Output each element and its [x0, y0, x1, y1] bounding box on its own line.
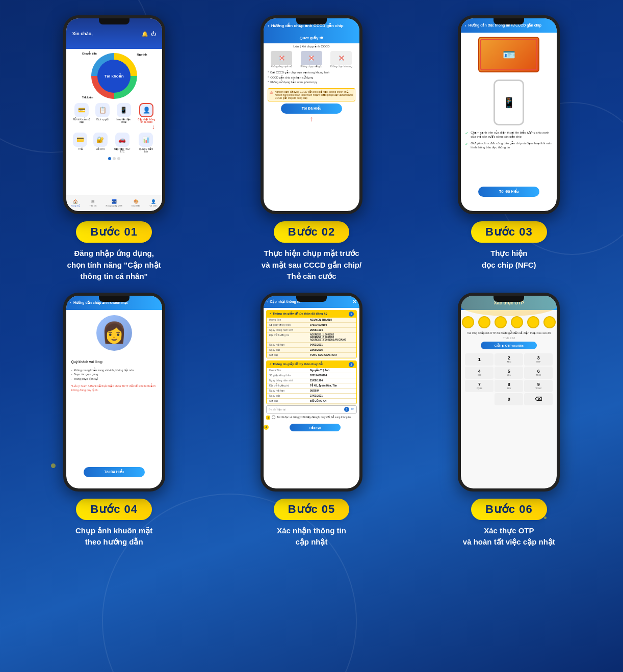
s3-phone-icon: 📱 — [503, 96, 515, 109]
s2-warn-icon: ⚠ — [270, 90, 273, 95]
s2-scan-title: Quét giấy tờ — [264, 33, 359, 43]
s4-back-icon[interactable]: ‹ — [70, 301, 71, 304]
s1-icon-card[interactable]: 💳 Thẻ — [73, 133, 87, 153]
s1-label-topup: Nạp tiền — [137, 53, 147, 56]
s6-key-7[interactable]: 7PQRS — [465, 380, 494, 392]
s6-resend-button[interactable]: Gửi lại OTP sau 55s — [481, 342, 537, 349]
step-1-cell: Xin chào, 🔔 ⏻ Tài khoản — [20, 15, 207, 282]
step-2-desc: Thực hiện chụp mặt trước và mặt sau CCCD… — [262, 248, 361, 282]
s1-icon-open-account[interactable]: 💳 Mở tài khoản số đẹp — [73, 103, 91, 123]
s2-back-icon[interactable]: ‹ — [268, 23, 269, 28]
s2-rule-1: *Đặt CCCD gắn chip trọn vẹn trong khung … — [268, 71, 355, 75]
s5-section-2-header: ✓ Thông tin giấy tờ tùy thân thay đổi 2 — [267, 361, 356, 368]
s6-key-8[interactable]: 8TUV — [495, 380, 523, 392]
step-4-screen: ‹ Hướng dẫn chụp ảnh khuôn mặt 👩 Quý khá… — [66, 296, 162, 488]
s1-open-account-icon: 💳 — [74, 103, 89, 117]
s1-label-savings: Tiết kiệm — [82, 96, 93, 99]
s5-checkbox[interactable] — [272, 416, 275, 419]
s1-nav-vtm[interactable]: 🏧 Rúng nghiệp VTM — [106, 199, 122, 207]
s5-back-icon[interactable]: ‹ — [267, 300, 268, 303]
s1-icon-topup-etc[interactable]: 🚗 Nạp Tiền TKGT ETC — [113, 133, 131, 153]
s1-otp-icon: 🔐 — [93, 133, 108, 147]
s2-bad-examples: 📄 ✕ Không chụp quá mờ 📄 ✕ Không chụp mất… — [264, 49, 359, 70]
s5-section-2-badge: 2 — [349, 362, 354, 367]
step-1-badge: Bước 01 — [76, 221, 152, 243]
s5-section-1-header: ✓ Thông tin giấy tờ tùy thân đã đăng ký … — [267, 311, 356, 318]
s3-id-card: 🪪 — [478, 37, 539, 72]
s2-rule-3: *Không sử dụng bản scan, photocopy — [268, 81, 355, 85]
s1-greeting: Xin chào, — [72, 31, 93, 36]
s6-key-6[interactable]: 6MNO — [524, 367, 553, 379]
step-5-phone: ‹ Cập nhật thông tin ✕ ✓ Thông tin giấy … — [261, 293, 362, 492]
step-1-phone: Xin chào, 🔔 ⏻ Tài khoản — [63, 15, 165, 214]
s2-rules: *Đặt CCCD gắn chip trọn vẹn trong khung … — [264, 70, 359, 87]
step-1-desc: Đăng nhập ứng dụng, chọn tính năng "Cập … — [67, 248, 161, 282]
s1-update-info-icon: 👤 — [139, 103, 153, 117]
s4-understood-button[interactable]: Tôi Đã Hiểu — [84, 467, 145, 477]
s6-key-delete[interactable]: ⌫ — [524, 393, 553, 405]
s6-key-1[interactable]: 1 — [465, 353, 494, 366]
s1-icons-row1: 💳 Mở tài khoản số đẹp 📋 Dịch vụ giời 📱 N… — [66, 101, 162, 125]
s6-otp-desc: Vui lòng nhập mã OTP đã được gửi đến số … — [461, 331, 557, 334]
step-2-badge: Bước 02 — [274, 221, 350, 243]
s5-addr-placeholder[interactable]: Địa chỉ hiện tại — [269, 408, 344, 411]
s6-key-4[interactable]: 4GHI — [465, 367, 494, 379]
s1-nav-interface[interactable]: 🎨 Giao Diện — [132, 199, 141, 207]
s1-service-icon: 📋 — [95, 103, 110, 117]
s3-id-card-area: 🪪 — [461, 33, 557, 74]
s1-icon-otp[interactable]: 🔐 Đổi OTR — [93, 133, 108, 153]
s6-key-5[interactable]: 5JKL — [495, 367, 523, 379]
s6-key-9[interactable]: 9WXYZ — [524, 380, 553, 392]
s1-nav-utilities[interactable]: ⊞ Tiện ích — [90, 199, 97, 207]
s5-continue-button[interactable]: Tiếp tục — [290, 424, 341, 431]
s1-nav-home[interactable]: 🏠 Trang chủ — [71, 199, 81, 207]
s5-section-2-title: ✓ Thông tin giấy tờ tùy thân thay đổi — [269, 362, 323, 367]
s6-otp-circle-4 — [511, 316, 523, 328]
s1-label-transfer: Chuyển tiền — [82, 52, 97, 55]
s6-key-0[interactable]: 0 — [495, 393, 523, 405]
s4-rule-1: -Không mang khẩu trang và kính, không độ… — [71, 368, 157, 373]
s6-wave — [461, 296, 557, 316]
s5-btn-badge: 4 — [264, 425, 269, 430]
step-6-desc: Xác thực OTP và hoàn tất việc cập nhật — [463, 525, 555, 548]
s6-key-3[interactable]: 3DEF — [524, 353, 553, 366]
s3-checkmark-1: ✓ — [465, 131, 469, 136]
s3-understood-button[interactable]: Tôi Đã Hiểu — [478, 187, 539, 197]
step-3-phone: ‹ Hướng dẫn đọc thông tin từ CCCD gắn ch… — [458, 15, 560, 214]
step-6-screen: Xác thực OTP Vui lòng nhập mã OTP đã đượ… — [461, 296, 557, 488]
s2-bad-example-2: 📄 ✕ — [301, 51, 322, 65]
s5-section-2: ✓ Thông tin giấy tờ tùy thân thay đổi 2 … — [266, 360, 357, 404]
s5-addr-row: Địa chỉ hiện tại 2 ✏ — [266, 405, 357, 413]
s3-check-1: ✓ Chạm cạnh trên của điện thoại lên biểu… — [465, 131, 553, 139]
s4-avatar: 👩 — [96, 315, 132, 351]
s6-key-2[interactable]: 2ABC — [495, 353, 523, 366]
s3-back-icon[interactable]: ‹ — [465, 24, 466, 28]
s1-nav-profile[interactable]: 👤 Cá nhân — [149, 199, 157, 207]
s3-check-list: ✓ Chạm cạnh trên của điện thoại lên biểu… — [461, 131, 557, 150]
s2-cross-2: ✕ — [301, 51, 322, 65]
s2-bad-example-1: 📄 ✕ — [271, 51, 292, 65]
s2-arrow: ↑ — [264, 115, 359, 123]
s5-edit-icon[interactable]: ✏ — [351, 407, 354, 411]
s5-s2-row-4: Ngày hết hạn08/2034 — [267, 389, 356, 394]
s1-arrow: ↓ — [66, 123, 162, 131]
step-4-badge: Bước 04 — [76, 499, 152, 520]
s1-icon-service[interactable]: 📋 Dịch vụ giời — [95, 103, 110, 123]
step-2-screen: ‹ Hướng dẫn chụp ảnh CCCD gắn chip Quét … — [264, 18, 359, 211]
step-3-badge: Bước 03 — [471, 221, 547, 243]
s4-rule-2: -Buộc tóc gọn gàng — [71, 372, 157, 377]
step-2-cell: ‹ Hướng dẫn chụp ảnh CCCD gắn chip Quét … — [218, 15, 405, 282]
s2-cross-3: ✕ — [330, 51, 352, 65]
steps-grid: Xin chào, 🔔 ⏻ Tài khoản — [0, 0, 623, 563]
s1-icon-topup-phone[interactable]: 📱 Nạp tiền điện thoại — [115, 103, 133, 123]
s1-icon-manage[interactable]: 📊 Quản lý điểm bán — [137, 133, 155, 153]
s1-icon-update-info[interactable]: 👤 Cập nhật thông tin cá nhân — [138, 103, 155, 123]
step-5-screen: ‹ Cập nhật thông tin ✕ ✓ Thông tin giấy … — [264, 296, 359, 488]
step-4-desc: Chụp ảnh khuôn mặt theo hướng dẫn — [75, 525, 152, 548]
step-3-screen: ‹ Hướng dẫn đọc thông tin từ CCCD gắn ch… — [461, 18, 557, 211]
s5-close-icon[interactable]: ✕ — [352, 299, 356, 304]
s5-section-1-title: ✓ Thông tin giấy tờ tùy thân đã đăng ký — [269, 312, 327, 317]
step-4-phone: ‹ Hướng dẫn chụp ảnh khuôn mặt 👩 Quý khá… — [63, 293, 165, 492]
s2-understood-button[interactable]: Tôi Đã Hiểu — [281, 104, 342, 114]
s1-topup-phone-icon: 📱 — [117, 103, 131, 117]
